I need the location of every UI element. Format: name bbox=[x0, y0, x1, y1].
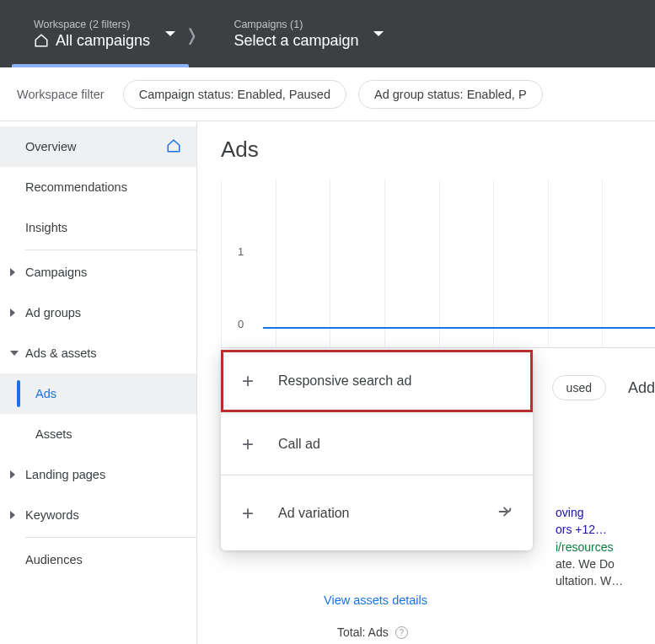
sidebar-item-label: Landing pages bbox=[25, 468, 105, 481]
chevron-down-icon bbox=[373, 31, 384, 36]
top-header: Workspace (2 filters) All campaigns › Ca… bbox=[0, 0, 655, 67]
ads-chart: 1 0 Apr 1, 2022 bbox=[221, 180, 655, 348]
breadcrumb-divider-icon: › bbox=[188, 9, 196, 58]
plus-icon: + bbox=[239, 502, 256, 525]
sidebar-sub-label: Assets bbox=[35, 427, 72, 441]
sidebar-item-landing-pages[interactable]: Landing pages bbox=[0, 454, 196, 495]
ad-desc-fragment: ultation. W… bbox=[556, 572, 655, 589]
sidebar-sub-ads[interactable]: Ads bbox=[0, 373, 196, 414]
breadcrumb-campaigns[interactable]: Campaigns (1) Select a campaign bbox=[217, 19, 375, 50]
caret-right-icon bbox=[10, 511, 15, 519]
caret-right-icon bbox=[10, 268, 15, 276]
sidebar-item-label: Audiences bbox=[25, 553, 83, 566]
sidebar-item-campaigns[interactable]: Campaigns bbox=[0, 252, 196, 292]
chart-grid bbox=[221, 180, 655, 347]
sidebar-item-ad-groups[interactable]: Ad groups bbox=[0, 292, 196, 333]
right-controls: used Add bbox=[552, 375, 655, 400]
plus-icon: + bbox=[239, 432, 256, 456]
sidebar-item-label: Recommendations bbox=[25, 180, 127, 194]
caret-right-icon bbox=[10, 470, 15, 479]
breadcrumb-workspace[interactable]: Workspace (2 filters) All campaigns bbox=[17, 19, 167, 50]
sidebar-item-ads-assets[interactable]: Ads & assets bbox=[0, 333, 196, 373]
home-icon bbox=[166, 138, 181, 156]
add-filter-label[interactable]: Add bbox=[628, 379, 655, 397]
sidebar-item-label: Ad groups bbox=[25, 306, 81, 319]
page-title: Ads bbox=[221, 137, 655, 163]
status-pill[interactable]: used bbox=[552, 375, 606, 400]
ad-url-fragment: i/resources bbox=[556, 539, 655, 555]
chevron-down-icon bbox=[165, 31, 175, 36]
plus-icon: + bbox=[239, 369, 256, 393]
breadcrumb-campaigns-label: Select a campaign bbox=[234, 32, 358, 50]
menu-item-call-ad[interactable]: + Call ad bbox=[221, 412, 533, 475]
filter-bar: Workspace filter Campaign status: Enable… bbox=[0, 67, 655, 121]
sidebar-item-label: Campaigns bbox=[25, 266, 87, 279]
sidebar-sub-assets[interactable]: Assets bbox=[0, 414, 196, 454]
breadcrumb-workspace-top: Workspace (2 filters) bbox=[34, 19, 150, 30]
sidebar-item-label: Keywords bbox=[25, 508, 79, 522]
ad-desc-fragment: ate. We Do bbox=[556, 555, 655, 572]
sidebar-divider bbox=[25, 537, 196, 538]
sidebar-item-keywords[interactable]: Keywords bbox=[0, 495, 196, 535]
sidebar-divider bbox=[25, 250, 196, 250]
menu-item-label: Call ad bbox=[278, 437, 320, 452]
sidebar-sub-label: Ads bbox=[35, 387, 56, 400]
create-ad-menu: + Responsive search ad + Call ad + Ad va… bbox=[221, 350, 533, 550]
sidebar-item-audiences[interactable]: Audiences bbox=[0, 539, 196, 580]
help-icon[interactable]: ? bbox=[395, 626, 408, 639]
caret-right-icon bbox=[10, 309, 15, 317]
breadcrumb-campaigns-top: Campaigns (1) bbox=[234, 19, 358, 30]
filter-label: Workspace filter bbox=[17, 88, 105, 101]
filter-chip-adgroup-status[interactable]: Ad group status: Enabled, P bbox=[358, 80, 543, 109]
sidebar: Overview Recommendations Insights Campai… bbox=[0, 121, 197, 644]
caret-down-icon bbox=[10, 351, 19, 356]
view-assets-details-link[interactable]: View assets details bbox=[324, 593, 427, 607]
ad-headline-fragment: oving bbox=[556, 504, 655, 521]
chart-series-line bbox=[263, 327, 655, 329]
menu-item-label: Ad variation bbox=[278, 506, 350, 521]
filter-chip-campaign-status[interactable]: Campaign status: Enabled, Paused bbox=[123, 80, 346, 109]
sidebar-item-label: Ads & assets bbox=[25, 346, 97, 360]
home-icon bbox=[34, 33, 49, 48]
menu-item-label: Responsive search ad bbox=[278, 373, 411, 389]
total-ads-row: Total: Ads ? bbox=[337, 625, 408, 639]
ad-headline-fragment: ors +12… bbox=[556, 521, 655, 538]
sidebar-item-recommendations[interactable]: Recommendations bbox=[0, 167, 196, 207]
sidebar-item-insights[interactable]: Insights bbox=[0, 207, 196, 248]
chart-ytick-1: 1 bbox=[238, 245, 244, 258]
active-tab-underline bbox=[12, 64, 189, 67]
breadcrumb-workspace-label: All campaigns bbox=[56, 32, 150, 50]
menu-item-ad-variation[interactable]: + Ad variation bbox=[221, 475, 533, 550]
sidebar-item-overview[interactable]: Overview bbox=[0, 126, 196, 167]
ad-preview-snippet: oving ors +12… i/resources ate. We Do ul… bbox=[556, 504, 655, 589]
sidebar-item-label: Overview bbox=[25, 140, 76, 153]
total-label: Total: Ads bbox=[337, 625, 389, 639]
external-arrow-icon bbox=[496, 502, 514, 524]
chart-ytick-0: 0 bbox=[238, 318, 244, 330]
sidebar-item-label: Insights bbox=[25, 221, 67, 234]
menu-item-responsive-search-ad[interactable]: + Responsive search ad bbox=[221, 350, 533, 412]
